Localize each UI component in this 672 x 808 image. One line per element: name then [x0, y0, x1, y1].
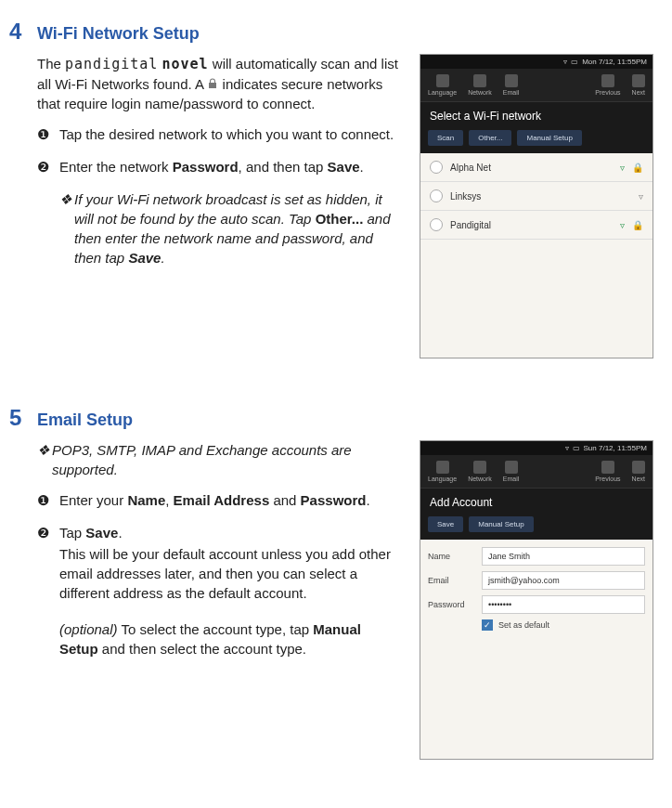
label: Network [468, 89, 492, 96]
text: Enter your [59, 492, 127, 508]
nav-right: Previous Next [595, 461, 645, 482]
note-text: POP3, SMTP, IMAP and Exchange accounts a… [52, 440, 401, 479]
nav-next[interactable]: Next [632, 74, 645, 96]
nav-right: Previous Next [595, 74, 645, 96]
wifi-screenshot: ▿ ▭ Mon 7/12, 11:55PM Language Network E… [420, 54, 653, 358]
text: . [118, 525, 122, 541]
signal-icon: ▿ [639, 191, 643, 202]
panel-title: Select a Wi-Fi network [420, 102, 653, 130]
section-body: ❖ POP3, SMTP, IMAP and Exchange accounts… [9, 440, 653, 760]
step-2: ❷ Tap Save. This will be your default ac… [37, 523, 401, 658]
nav-email[interactable]: Email [503, 74, 520, 96]
tab-other[interactable]: Other... [469, 130, 511, 146]
step-marker-1: ❶ [37, 124, 59, 144]
step-marker-1: ❶ [37, 490, 59, 510]
form-row-password: Password •••••••• [428, 595, 645, 614]
nav-left: Language Network Email [428, 74, 519, 96]
nav-network[interactable]: Network [468, 461, 492, 482]
wifi-item[interactable]: Alpha Net ▿ 🔒 [420, 153, 653, 182]
note-text: If your Wi-Fi network broadcast is set a… [74, 189, 401, 267]
tab-manual-setup[interactable]: Manual Setup [469, 516, 533, 532]
label: Email [503, 476, 520, 482]
note-supported-accounts: ❖ POP3, SMTP, IMAP and Exchange accounts… [37, 440, 401, 479]
text: , [165, 492, 173, 508]
brand-novel: novel [162, 56, 209, 72]
step-text: Enter the network Password, and then tap… [59, 157, 364, 176]
nav-previous[interactable]: Previous [595, 461, 620, 482]
step2-body: This will be your default account unless… [59, 544, 401, 603]
signal-icon: ▿ [620, 220, 625, 230]
note-bullet-icon: ❖ [59, 189, 74, 267]
email-icon [505, 74, 518, 87]
top-nav: Language Network Email Previous Next [420, 455, 653, 489]
tab-bar: Scan Other... Manual Setup [420, 130, 653, 153]
text: . [360, 159, 364, 175]
optional-label: (optional) [59, 621, 118, 637]
nav-previous[interactable]: Previous [595, 74, 620, 96]
wifi-item[interactable]: Pandigital ▿ 🔒 [420, 211, 653, 240]
network-icon [473, 461, 486, 474]
text: , and then tap [239, 159, 328, 175]
step-text: Enter your Name, Email Address and Passw… [59, 490, 370, 510]
nav-language[interactable]: Language [428, 74, 457, 96]
globe-icon [436, 461, 449, 474]
text: and [269, 492, 300, 508]
step2-optional: (optional) To select the account type, t… [59, 619, 401, 658]
bold-name: Name [127, 492, 165, 508]
radio-icon [430, 161, 443, 174]
bold-save: Save [128, 250, 161, 266]
section-title: Email Setup [37, 411, 133, 430]
panel-title: Add Account [420, 489, 653, 516]
form-row-email: Email jsmith@yahoo.com [428, 571, 645, 590]
status-bar: ▿ ▭ Mon 7/12, 11:55PM [420, 55, 653, 69]
nav-network[interactable]: Network [468, 74, 492, 96]
wifi-item[interactable]: Linksys ▿ [420, 182, 653, 211]
bold-other: Other... [316, 211, 364, 227]
intro-paragraph: The pandigital novel will automatically … [37, 54, 401, 113]
section-number: 4 [9, 19, 37, 45]
email-icon [505, 461, 518, 474]
nav-email[interactable]: Email [503, 461, 520, 482]
section-email-setup: 5 Email Setup ❖ POP3, SMTP, IMAP and Exc… [9, 405, 653, 760]
nav-next[interactable]: Next [632, 461, 645, 482]
text: and then select the account type. [98, 641, 306, 657]
checkbox-icon: ✓ [482, 619, 493, 631]
tab-scan[interactable]: Scan [428, 130, 463, 146]
clock: Mon 7/12, 11:55PM [582, 58, 647, 66]
label: Language [428, 89, 457, 96]
radio-icon [430, 218, 443, 231]
label: Network [468, 476, 492, 482]
label: Language [428, 476, 457, 482]
chevron-left-icon [601, 461, 614, 474]
input-email[interactable]: jsmith@yahoo.com [482, 571, 645, 590]
note-bullet-icon: ❖ [37, 440, 52, 479]
step-1: ❶ Enter your Name, Email Address and Pas… [37, 490, 401, 510]
chevron-right-icon [632, 461, 645, 474]
step-text: Tap the desired network to which you wan… [59, 124, 394, 144]
note-hidden-network: ❖ If your Wi-Fi network broadcast is set… [59, 189, 401, 267]
tab-save[interactable]: Save [428, 516, 463, 532]
input-name[interactable]: Jane Smith [482, 547, 645, 566]
set-default-row[interactable]: ✓ Set as default [482, 619, 645, 631]
status-bar: ▿ ▭ Sun 7/12, 11:55PM [420, 441, 653, 455]
input-password[interactable]: •••••••• [482, 595, 645, 614]
signal-icon: ▿ [620, 163, 625, 173]
section-wifi-setup: 4 Wi-Fi Network Setup The pandigital nov… [9, 19, 653, 358]
account-form: Name Jane Smith Email jsmith@yahoo.com P… [420, 540, 653, 759]
top-nav: Language Network Email Previous Next [420, 69, 653, 102]
tab-manual-setup[interactable]: Manual Setup [517, 130, 581, 146]
text-column: The pandigital novel will automatically … [9, 54, 401, 279]
battery-icon: ▭ [571, 58, 578, 66]
wifi-name: Pandigital [450, 220, 613, 230]
nav-language[interactable]: Language [428, 461, 457, 482]
label-name: Name [428, 552, 474, 561]
section-title: Wi-Fi Network Setup [37, 24, 200, 44]
bold-password: Password [301, 492, 367, 508]
bold-save: Save [328, 159, 360, 175]
step-1: ❶ Tap the desired network to which you w… [37, 124, 401, 144]
globe-icon [436, 74, 449, 87]
label-email: Email [428, 576, 474, 585]
text: . [161, 250, 164, 266]
label: Previous [595, 476, 620, 482]
checkbox-label: Set as default [498, 620, 549, 630]
